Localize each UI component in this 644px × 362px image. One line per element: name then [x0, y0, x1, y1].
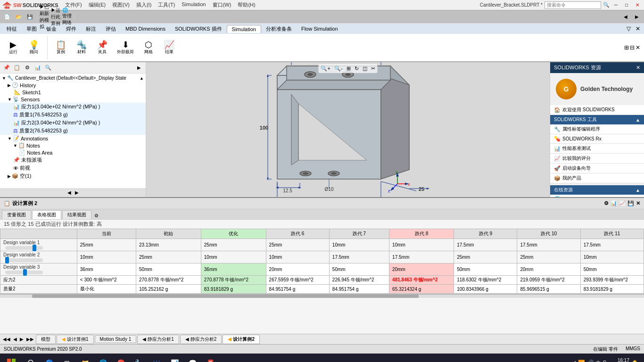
manage-net-btn[interactable]: 🌐管理网络: [62, 12, 72, 22]
minimize-btn[interactable]: ─: [611, 1, 620, 8]
save-btn[interactable]: 💾: [25, 12, 35, 22]
close-btn[interactable]: ✕: [633, 1, 642, 8]
tab-mbd[interactable]: MBD Dimensions: [121, 25, 170, 33]
scrollbar-thumb[interactable]: [32, 295, 419, 298]
menu-insert[interactable]: 插入(I): [133, 0, 154, 9]
rp-item-compare-score[interactable]: 📈 比较我的评分: [550, 154, 644, 164]
study-ctrl-close[interactable]: ✕: [636, 200, 640, 206]
tab-analysis-prep[interactable]: 分析准备条: [261, 25, 297, 33]
tab-simulation[interactable]: Simulation: [227, 25, 261, 33]
tree-history[interactable]: ▶ 🕐 History: [0, 82, 146, 89]
command-search[interactable]: [545, 1, 601, 9]
maximize-btn[interactable]: □: [622, 1, 631, 8]
tb-arrow-left[interactable]: ◀: [620, 12, 631, 22]
tree-expand-root[interactable]: ▼: [2, 76, 6, 81]
dv1-slider[interactable]: [5, 246, 43, 250]
tab-variable-view[interactable]: 变量视图: [2, 210, 31, 219]
ribbon-minimize[interactable]: ▽: [625, 25, 633, 32]
study-ctrl-table[interactable]: 📊: [611, 200, 617, 206]
tab-hanjian[interactable]: 焊件: [61, 25, 81, 33]
tree-sensors[interactable]: ▼ 📡 Sensors: [0, 96, 146, 103]
vp-ctrl-2[interactable]: ⊟: [630, 44, 635, 51]
tree-notes-folder[interactable]: ▼ 📋 Notes: [0, 142, 146, 149]
tray-notification[interactable]: 🔔: [631, 360, 638, 362]
ribbon-close[interactable]: ✕: [634, 25, 642, 32]
vp-rotate[interactable]: ↻: [353, 65, 360, 72]
design-table-container[interactable]: 当前 初始 优化 跌代 6 跌代 7 跌代 8 跌代 9 跌代 10 跌代 11…: [0, 229, 644, 294]
taskbar-app6[interactable]: 📮: [202, 354, 219, 362]
vp-close[interactable]: ✕: [636, 44, 640, 51]
tab-result-view[interactable]: 结果视图: [62, 210, 91, 219]
tab-study2[interactable]: ◀ 设计算例2: [223, 335, 260, 344]
study-ctrl-graph[interactable]: 📈: [619, 200, 626, 206]
menu-edit[interactable]: 编辑(E): [86, 0, 109, 9]
dv2-thumb[interactable]: [5, 257, 9, 263]
tree-scroll-right[interactable]: ▶: [74, 189, 80, 196]
tab-settings-btn[interactable]: ⚙: [92, 212, 100, 219]
ribbon-run[interactable]: ▶ 运行: [4, 36, 23, 59]
tab-stress1[interactable]: ◀ 静应力分析1: [137, 335, 179, 344]
ribbon-study[interactable]: 📋 算例: [51, 36, 70, 59]
menu-window[interactable]: 窗口(W): [210, 0, 234, 9]
tree-notes-area[interactable]: 📄 Notes Area: [0, 149, 146, 156]
rp-item-home[interactable]: 🏠 欢迎使用 SOLIDWORKS: [550, 105, 644, 115]
rp-close[interactable]: ✕: [636, 65, 640, 71]
rp-online-collapse[interactable]: ▲: [636, 188, 640, 193]
scrollbar-track[interactable]: [0, 294, 644, 298]
taskbar-word[interactable]: W: [148, 354, 165, 362]
tab-flow-sim[interactable]: Flow Simulation: [297, 25, 343, 33]
vp-section[interactable]: ✂: [370, 65, 377, 72]
tab-stress2[interactable]: ◀ 静应力分析2: [180, 335, 222, 344]
lp-expand-all[interactable]: ▶: [134, 64, 144, 72]
taskbar-search[interactable]: [23, 354, 40, 362]
rp-tools-header[interactable]: SOLIDWORKS 工具 ▲: [550, 115, 644, 124]
tree-mass1[interactable]: ⚖ 质量1(76.5482253 g): [0, 111, 146, 119]
tree-root[interactable]: ▼ 🔧 Cantilever_Bracket (Default<<Default…: [0, 74, 146, 82]
tab-study1[interactable]: ◀ 设计算例1: [57, 335, 94, 344]
vp-display-mode[interactable]: ◫: [361, 65, 369, 72]
tab-motion1[interactable]: Motion Study 1: [95, 335, 137, 343]
taskbar-app5[interactable]: 💬: [184, 354, 201, 362]
study-ctrl-save[interactable]: 💾: [627, 200, 634, 206]
taskbar-cortana[interactable]: 🔵: [41, 354, 58, 362]
taskbar-powerpoint[interactable]: 📊: [166, 354, 183, 362]
rp-item-prop-editor[interactable]: 🔧 属性标签编辑程序: [550, 124, 644, 134]
tab-biaozhu[interactable]: 标注: [81, 25, 101, 33]
vp-zoom-in[interactable]: 🔍+: [319, 65, 331, 72]
lp-tool-5[interactable]: 🔍: [43, 64, 53, 72]
menu-tools[interactable]: 工具(T): [155, 0, 178, 9]
lp-tool-1[interactable]: 📌: [2, 64, 11, 72]
tree-annotations[interactable]: ▼ 📝 Annotations: [0, 135, 146, 142]
tab-banjin[interactable]: 钣金: [41, 25, 61, 33]
expand-history[interactable]: ▶: [8, 83, 11, 88]
rp-item-3dexp[interactable]: 🌐 3DEXPERIENCE Marketplace: [550, 195, 644, 197]
dv3-thumb[interactable]: [23, 269, 27, 276]
tab-caotu[interactable]: 草图: [22, 25, 41, 33]
tree-mass2[interactable]: ⚖ 质量2(76.5482253 g): [0, 127, 146, 135]
tree-stress1[interactable]: 📊 应力1(3.040e+02 N/mm^2 (MPa) ): [0, 103, 146, 111]
tab-table-view[interactable]: 表格视图: [32, 210, 61, 219]
ribbon-mesh[interactable]: ⬡ 网格: [139, 36, 158, 59]
menu-simulation[interactable]: Simulation: [179, 0, 208, 9]
ribbon-results[interactable]: 📈 结果: [160, 36, 179, 59]
menu-view[interactable]: 视图(V): [109, 0, 132, 9]
model-viewport[interactable]: 🔍+ 🔍- ⊞ ↻ ◫ ✂: [146, 62, 550, 197]
tree-empty[interactable]: ▶ 📦 空(1): [0, 172, 146, 180]
lp-tool-4[interactable]: 📊: [33, 64, 42, 72]
study-ctrl-settings[interactable]: ⚙: [604, 200, 609, 206]
search-icon[interactable]: 🔍: [603, 2, 610, 8]
expand-empty[interactable]: ▶: [8, 174, 11, 179]
ribbon-external-loads[interactable]: ⬇ 外部载荷: [114, 36, 137, 59]
taskbar-sw-app[interactable]: 🔧: [130, 354, 147, 362]
new-btn[interactable]: 📄: [2, 12, 12, 22]
rp-item-rx[interactable]: 💊 SOLIDWORKS Rx: [550, 134, 644, 144]
lp-tool-3[interactable]: ⚙: [23, 64, 32, 72]
rp-online-header[interactable]: 在线资源 ▲: [550, 185, 644, 195]
vp-ctrl-1[interactable]: ⊞: [624, 44, 629, 51]
dv3-slider[interactable]: [5, 271, 43, 274]
tree-unassigned[interactable]: 📌 未指派项: [0, 156, 146, 164]
taskbar-edge[interactable]: 🌐: [94, 354, 111, 362]
tray-arrow[interactable]: ^: [574, 361, 577, 362]
tree-front-view[interactable]: 👁 前视: [0, 164, 146, 172]
dv1-thumb[interactable]: [33, 245, 36, 251]
